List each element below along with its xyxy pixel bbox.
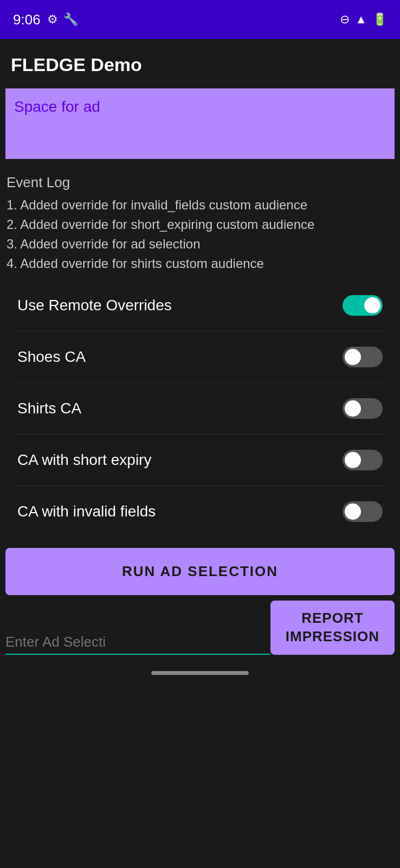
report-impression-button[interactable]: REPORTIMPRESSION — [270, 601, 395, 655]
event-log-entry-1: 1. Added override for invalid_fields cus… — [7, 195, 393, 215]
app-bar: FLEDGE Demo — [0, 39, 400, 84]
app-title: FLEDGE Demo — [11, 54, 389, 75]
status-icons-left: ⚙ 🔧 — [47, 12, 78, 27]
toggle-switch-use-remote-overrides[interactable] — [343, 295, 383, 316]
ad-space-text: Space for ad — [14, 98, 100, 115]
toggle-label-ca-invalid-fields: CA with invalid fields — [17, 503, 156, 520]
toggle-label-shoes-ca: Shoes CA — [17, 348, 86, 366]
toggle-thumb-ca-invalid-fields — [345, 503, 361, 520]
ad-space: Space for ad — [5, 88, 395, 159]
toggle-row-shirts-ca: Shirts CA — [13, 383, 387, 435]
battery-icon: 🔋 — [372, 12, 387, 27]
toggle-label-ca-short-expiry: CA with short expiry — [17, 451, 151, 469]
toggle-thumb-shirts-ca — [345, 400, 361, 417]
toggle-switch-ca-short-expiry[interactable] — [343, 450, 383, 470]
toggle-switch-shoes-ca[interactable] — [343, 347, 383, 367]
wifi-icon: ▲ — [355, 12, 367, 27]
toggle-thumb-use-remote-overrides — [364, 297, 380, 314]
toggle-row-ca-invalid-fields: CA with invalid fields — [13, 486, 387, 537]
event-log-title: Event Log — [7, 172, 393, 193]
toggle-switch-shirts-ca[interactable] — [343, 398, 383, 419]
toggle-row-use-remote-overrides: Use Remote Overrides — [13, 280, 387, 331]
toggle-thumb-ca-short-expiry — [345, 452, 361, 468]
event-log-entry-4: 4. Added override for shirts custom audi… — [7, 254, 393, 273]
status-icons-right: ⊖ ▲ 🔋 — [340, 12, 387, 27]
home-bar-indicator — [151, 671, 249, 675]
event-log: Event Log 1. Added override for invalid_… — [0, 168, 400, 280]
toggle-label-use-remote-overrides: Use Remote Overrides — [17, 297, 172, 314]
status-bar: 9:06 ⚙ 🔧 ⊖ ▲ 🔋 — [0, 0, 400, 39]
toggle-section: Use Remote OverridesShoes CAShirts CACA … — [0, 280, 400, 537]
wrench-icon: 🔧 — [63, 12, 78, 27]
gear-icon: ⚙ — [47, 12, 58, 27]
block-icon: ⊖ — [340, 12, 350, 27]
toggle-thumb-shoes-ca — [345, 349, 361, 365]
toggle-switch-ca-invalid-fields[interactable] — [343, 501, 383, 522]
home-bar — [0, 659, 400, 686]
toggle-row-ca-short-expiry: CA with short expiry — [13, 435, 387, 486]
status-bar-left: 9:06 ⚙ 🔧 — [13, 11, 78, 28]
toggle-row-shoes-ca: Shoes CA — [13, 331, 387, 383]
bottom-row: REPORTIMPRESSION — [5, 601, 395, 655]
status-time: 9:06 — [13, 11, 41, 28]
event-log-entry-2: 2. Added override for short_expiring cus… — [7, 215, 393, 234]
run-ad-selection-button[interactable]: RUN AD SELECTION — [5, 548, 395, 595]
toggle-label-shirts-ca: Shirts CA — [17, 400, 81, 417]
event-log-entry-3: 3. Added override for ad selection — [7, 234, 393, 254]
ad-select-input-wrap[interactable] — [5, 601, 270, 655]
ad-select-input[interactable] — [5, 634, 266, 650]
